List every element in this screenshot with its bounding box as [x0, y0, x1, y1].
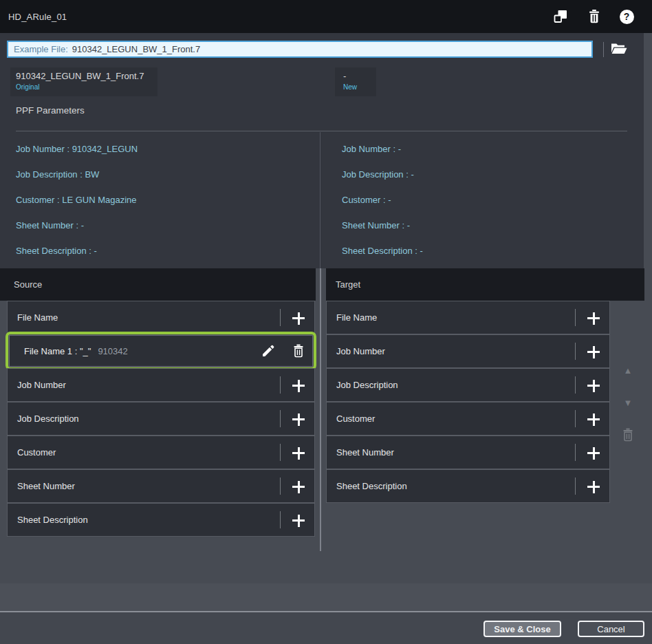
down-arrow-icon: ▼	[624, 398, 633, 408]
add-job-description-target-button[interactable]	[580, 372, 607, 400]
ppf-new-params: Job Number : - Job Description : - Custo…	[342, 136, 423, 264]
row-divider	[575, 477, 576, 495]
duplicate-icon	[552, 8, 569, 25]
add-customer-rule-button[interactable]	[285, 439, 312, 467]
source-row-job-description[interactable]: Job Description	[7, 402, 315, 436]
param-sheet-description: Sheet Description : -	[342, 238, 423, 264]
help-icon: ?	[620, 10, 634, 24]
row-divider	[280, 410, 281, 427]
row-label: Sheet Description	[17, 515, 88, 525]
plus-icon	[587, 447, 600, 460]
target-row-job-description[interactable]: Job Description	[326, 368, 610, 402]
delete-rule-button[interactable]	[585, 8, 603, 25]
param-sheet-description: Sheet Description : -	[16, 238, 138, 264]
remove-entry-button[interactable]	[618, 425, 638, 445]
row-label: Customer	[17, 447, 56, 458]
row-label: Job Number	[17, 380, 66, 390]
plus-icon	[587, 346, 600, 358]
param-job-description: Job Description : BW	[16, 162, 138, 187]
plus-icon	[587, 414, 600, 426]
plus-icon	[292, 312, 305, 325]
plus-icon	[292, 515, 305, 527]
move-up-button[interactable]: ▲	[618, 361, 638, 379]
source-row-job-number[interactable]: Job Number	[7, 368, 315, 402]
title-bar: HD_ARule_01 ?	[0, 0, 652, 33]
row-divider	[575, 376, 576, 394]
row-label: File Name	[17, 312, 58, 323]
plus-icon	[587, 380, 600, 392]
row-divider	[575, 444, 576, 461]
delete-selected-rule-button[interactable]	[287, 340, 309, 362]
add-file-name-target-button[interactable]	[580, 304, 607, 332]
save-and-close-button[interactable]: Save & Close	[483, 621, 561, 637]
row-label: Job Description	[17, 414, 79, 424]
row-divider	[575, 343, 576, 360]
row-label: Job Number	[336, 346, 385, 356]
dialog-title: HD_ARule_01	[8, 0, 67, 33]
source-row-file-name[interactable]: File Name	[7, 301, 315, 334]
add-sheet-number-rule-button[interactable]	[285, 473, 312, 501]
original-file-label: Original	[16, 83, 144, 92]
original-file-block: 910342_LEGUN_BW_1_Front.7 Original	[16, 70, 144, 92]
plus-icon	[292, 414, 305, 426]
example-file-input[interactable]: Example File: 910342_LEGUN_BW_1_Front.7	[7, 41, 593, 58]
open-folder-icon	[609, 41, 629, 57]
add-customer-target-button[interactable]	[580, 405, 607, 433]
target-row-job-number[interactable]: Job Number	[326, 334, 610, 368]
example-file-label: Example File:	[14, 44, 68, 54]
row-label: File Name	[336, 312, 377, 323]
selected-rule-highlight: File Name 1 : "_" 910342	[6, 332, 316, 370]
source-list: File Name File Name 1 : "_" 910342	[7, 301, 315, 537]
new-file-name: -	[343, 70, 357, 83]
source-row-customer[interactable]: Customer	[7, 436, 315, 469]
ppf-parameters-heading: PPF Parameters	[16, 105, 85, 116]
new-file-label: New	[343, 83, 357, 92]
target-row-customer[interactable]: Customer	[326, 402, 610, 436]
add-job-number-rule-button[interactable]	[285, 372, 312, 400]
row-label: Sheet Number	[336, 447, 394, 458]
param-sheet-number: Sheet Number : -	[16, 213, 138, 238]
add-sheet-description-target-button[interactable]	[580, 473, 607, 501]
original-file-name: 910342_LEGUN_BW_1_Front.7	[16, 70, 144, 83]
trash-icon	[587, 8, 602, 25]
target-row-sheet-description[interactable]: Sheet Description	[326, 469, 610, 503]
trash-icon	[621, 427, 635, 442]
add-sheet-number-target-button[interactable]	[580, 439, 607, 467]
cancel-button[interactable]: Cancel	[578, 621, 644, 637]
edit-rule-button[interactable]	[257, 340, 279, 362]
add-sheet-description-rule-button[interactable]	[285, 506, 312, 535]
target-header: Target	[326, 268, 644, 301]
up-arrow-icon: ▲	[624, 365, 633, 376]
duplicate-rule-button[interactable]	[552, 8, 569, 25]
selected-rule-text: File Name 1 : "_"	[24, 346, 91, 356]
trash-icon	[292, 343, 305, 358]
input-divider	[603, 42, 604, 57]
bottom-bar: Save & Close Cancel	[0, 611, 652, 644]
footer-band	[0, 583, 652, 611]
row-divider	[280, 477, 281, 495]
ppf-divider	[16, 131, 627, 131]
row-divider	[280, 376, 281, 394]
source-header: Source	[0, 268, 316, 301]
target-row-file-name[interactable]: File Name	[326, 301, 610, 334]
plus-icon	[292, 447, 305, 460]
help-button[interactable]: ?	[618, 8, 635, 25]
target-list: File Name Job Number Job Description Cus…	[326, 301, 610, 503]
target-row-sheet-number[interactable]: Sheet Number	[326, 436, 610, 469]
row-divider	[575, 410, 576, 427]
move-down-button[interactable]: ▼	[618, 394, 638, 411]
source-selected-rule[interactable]: File Name 1 : "_" 910342	[9, 335, 313, 367]
row-divider	[575, 309, 576, 326]
add-file-name-rule-button[interactable]	[285, 304, 312, 332]
source-row-sheet-number[interactable]: Sheet Number	[7, 469, 315, 503]
add-job-number-target-button[interactable]	[580, 338, 607, 366]
source-row-sheet-description[interactable]: Sheet Description	[7, 503, 315, 537]
browse-file-button[interactable]	[608, 39, 630, 59]
row-divider	[280, 511, 281, 528]
row-divider	[280, 444, 281, 461]
pencil-icon	[261, 343, 276, 358]
plus-icon	[292, 380, 305, 392]
add-job-description-rule-button[interactable]	[285, 405, 312, 433]
ppf-original-params: Job Number : 910342_LEGUN Job Descriptio…	[16, 136, 138, 264]
new-file-block: - New	[343, 70, 357, 92]
